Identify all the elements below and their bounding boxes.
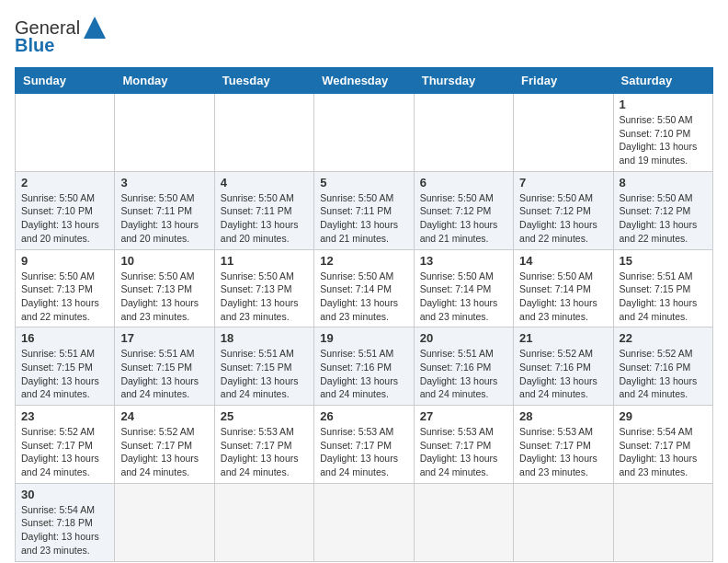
day-number: 24	[120, 409, 208, 423]
day-number: 1	[620, 98, 707, 111]
day-info: Sunrise: 5:51 AM Sunset: 7:15 PM Dayligh…	[120, 347, 208, 401]
calendar-cell: 1Sunrise: 5:50 AM Sunset: 7:10 PM Daylig…	[613, 94, 712, 172]
day-info: Sunrise: 5:53 AM Sunset: 7:17 PM Dayligh…	[221, 425, 308, 479]
day-number: 6	[420, 176, 507, 190]
day-number: 27	[420, 409, 507, 423]
calendar-cell: 27Sunrise: 5:53 AM Sunset: 7:17 PM Dayli…	[414, 406, 513, 484]
week-row-6: 30Sunrise: 5:54 AM Sunset: 7:18 PM Dayli…	[16, 483, 713, 561]
day-info: Sunrise: 5:53 AM Sunset: 7:17 PM Dayligh…	[519, 425, 607, 479]
day-info: Sunrise: 5:50 AM Sunset: 7:12 PM Dayligh…	[420, 191, 507, 246]
calendar-cell: 14Sunrise: 5:50 AM Sunset: 7:14 PM Dayli…	[514, 249, 613, 327]
day-info: Sunrise: 5:51 AM Sunset: 7:15 PM Dayligh…	[221, 347, 308, 401]
day-header-thursday: Thursday	[414, 68, 513, 94]
logo-triangle-icon	[82, 15, 108, 40]
day-number: 22	[620, 331, 707, 345]
day-number: 18	[221, 331, 308, 345]
day-info: Sunrise: 5:50 AM Sunset: 7:13 PM Dayligh…	[21, 270, 108, 324]
calendar-cell: 8Sunrise: 5:50 AM Sunset: 7:12 PM Daylig…	[613, 171, 712, 249]
day-number: 30	[21, 488, 108, 501]
day-number: 20	[420, 331, 507, 345]
calendar-cell: 21Sunrise: 5:52 AM Sunset: 7:16 PM Dayli…	[514, 327, 613, 406]
calendar-cell: 4Sunrise: 5:50 AM Sunset: 7:11 PM Daylig…	[214, 171, 313, 249]
day-number: 8	[620, 176, 707, 190]
day-info: Sunrise: 5:51 AM Sunset: 7:16 PM Dayligh…	[420, 347, 507, 401]
calendar-cell: 28Sunrise: 5:53 AM Sunset: 7:17 PM Dayli…	[514, 406, 613, 484]
day-info: Sunrise: 5:52 AM Sunset: 7:16 PM Dayligh…	[519, 347, 607, 401]
calendar-cell	[514, 94, 613, 172]
day-info: Sunrise: 5:50 AM Sunset: 7:13 PM Dayligh…	[120, 270, 208, 324]
calendar-cell	[115, 483, 214, 561]
calendar-cell: 24Sunrise: 5:52 AM Sunset: 7:17 PM Dayli…	[115, 406, 214, 484]
calendar-cell: 16Sunrise: 5:51 AM Sunset: 7:15 PM Dayli…	[16, 327, 115, 406]
calendar-cell	[414, 94, 513, 172]
day-number: 19	[320, 331, 407, 345]
calendar-cell: 10Sunrise: 5:50 AM Sunset: 7:13 PM Dayli…	[115, 249, 214, 327]
day-number: 26	[320, 409, 407, 423]
calendar-cell: 22Sunrise: 5:52 AM Sunset: 7:16 PM Dayli…	[613, 327, 712, 406]
day-number: 2	[21, 176, 108, 190]
calendar-cell: 17Sunrise: 5:51 AM Sunset: 7:15 PM Dayli…	[115, 327, 214, 406]
day-info: Sunrise: 5:53 AM Sunset: 7:17 PM Dayligh…	[320, 425, 407, 479]
calendar-cell: 7Sunrise: 5:50 AM Sunset: 7:12 PM Daylig…	[514, 171, 613, 249]
calendar-cell	[214, 483, 313, 561]
day-number: 14	[519, 254, 607, 268]
calendar-cell: 26Sunrise: 5:53 AM Sunset: 7:17 PM Dayli…	[314, 406, 414, 484]
day-info: Sunrise: 5:51 AM Sunset: 7:15 PM Dayligh…	[21, 347, 108, 401]
day-number: 11	[221, 254, 308, 268]
day-header-friday: Friday	[514, 68, 613, 94]
calendar-cell: 25Sunrise: 5:53 AM Sunset: 7:17 PM Dayli…	[214, 406, 313, 484]
calendar-cell	[314, 483, 414, 561]
calendar-cell: 3Sunrise: 5:50 AM Sunset: 7:11 PM Daylig…	[115, 171, 214, 249]
day-info: Sunrise: 5:51 AM Sunset: 7:15 PM Dayligh…	[620, 270, 707, 324]
day-info: Sunrise: 5:52 AM Sunset: 7:16 PM Dayligh…	[620, 347, 707, 401]
day-info: Sunrise: 5:50 AM Sunset: 7:14 PM Dayligh…	[519, 270, 607, 324]
day-info: Sunrise: 5:50 AM Sunset: 7:11 PM Dayligh…	[221, 191, 308, 246]
day-number: 13	[420, 254, 507, 268]
calendar-cell: 23Sunrise: 5:52 AM Sunset: 7:17 PM Dayli…	[16, 406, 115, 484]
day-info: Sunrise: 5:53 AM Sunset: 7:17 PM Dayligh…	[420, 425, 507, 479]
calendar-cell	[214, 94, 313, 172]
calendar-cell: 13Sunrise: 5:50 AM Sunset: 7:14 PM Dayli…	[414, 249, 513, 327]
calendar-cell: 20Sunrise: 5:51 AM Sunset: 7:16 PM Dayli…	[414, 327, 513, 406]
calendar-cell	[613, 483, 712, 561]
day-info: Sunrise: 5:52 AM Sunset: 7:17 PM Dayligh…	[120, 425, 208, 479]
day-info: Sunrise: 5:50 AM Sunset: 7:10 PM Dayligh…	[620, 113, 707, 167]
calendar-cell: 29Sunrise: 5:54 AM Sunset: 7:17 PM Dayli…	[613, 406, 712, 484]
logo: General Blue	[15, 15, 108, 56]
day-number: 9	[21, 254, 108, 268]
day-number: 5	[320, 176, 407, 190]
calendar-cell	[514, 483, 613, 561]
week-row-3: 9Sunrise: 5:50 AM Sunset: 7:13 PM Daylig…	[16, 249, 713, 327]
day-info: Sunrise: 5:50 AM Sunset: 7:14 PM Dayligh…	[420, 270, 507, 324]
day-header-tuesday: Tuesday	[214, 68, 313, 94]
calendar-cell: 6Sunrise: 5:50 AM Sunset: 7:12 PM Daylig…	[414, 171, 513, 249]
day-info: Sunrise: 5:50 AM Sunset: 7:12 PM Dayligh…	[519, 191, 607, 246]
calendar-cell: 12Sunrise: 5:50 AM Sunset: 7:14 PM Dayli…	[314, 249, 414, 327]
day-number: 15	[620, 254, 707, 268]
calendar-cell: 15Sunrise: 5:51 AM Sunset: 7:15 PM Dayli…	[613, 249, 712, 327]
day-info: Sunrise: 5:50 AM Sunset: 7:13 PM Dayligh…	[221, 270, 308, 324]
day-number: 28	[519, 409, 607, 423]
calendar-cell: 11Sunrise: 5:50 AM Sunset: 7:13 PM Dayli…	[214, 249, 313, 327]
calendar-cell: 2Sunrise: 5:50 AM Sunset: 7:10 PM Daylig…	[16, 171, 115, 249]
day-info: Sunrise: 5:51 AM Sunset: 7:16 PM Dayligh…	[320, 347, 407, 401]
day-header-sunday: Sunday	[16, 68, 115, 94]
day-number: 25	[221, 409, 308, 423]
day-header-monday: Monday	[115, 68, 214, 94]
week-row-5: 23Sunrise: 5:52 AM Sunset: 7:17 PM Dayli…	[16, 406, 713, 484]
calendar-cell: 5Sunrise: 5:50 AM Sunset: 7:11 PM Daylig…	[314, 171, 414, 249]
day-info: Sunrise: 5:50 AM Sunset: 7:11 PM Dayligh…	[320, 191, 407, 246]
day-number: 21	[519, 331, 607, 345]
day-header-saturday: Saturday	[613, 68, 712, 94]
header-row: SundayMondayTuesdayWednesdayThursdayFrid…	[16, 68, 713, 94]
day-number: 23	[21, 409, 108, 423]
day-number: 3	[120, 176, 208, 190]
day-number: 10	[120, 254, 208, 268]
day-info: Sunrise: 5:54 AM Sunset: 7:17 PM Dayligh…	[620, 425, 707, 479]
week-row-1: 1Sunrise: 5:50 AM Sunset: 7:10 PM Daylig…	[16, 94, 713, 172]
svg-marker-0	[84, 17, 106, 39]
calendar-cell: 19Sunrise: 5:51 AM Sunset: 7:16 PM Dayli…	[314, 327, 414, 406]
calendar-cell: 18Sunrise: 5:51 AM Sunset: 7:15 PM Dayli…	[214, 327, 313, 406]
day-number: 4	[221, 176, 308, 190]
day-info: Sunrise: 5:50 AM Sunset: 7:12 PM Dayligh…	[620, 191, 707, 246]
